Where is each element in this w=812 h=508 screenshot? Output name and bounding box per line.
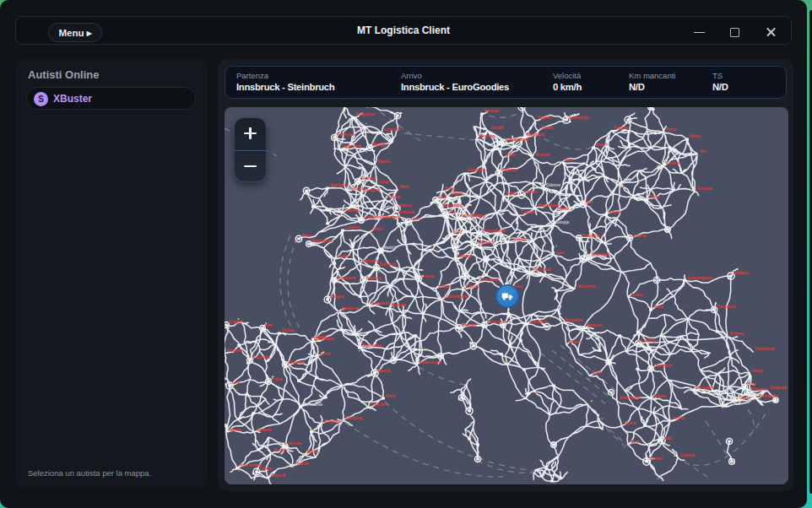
svg-text:Edirne: Edirne xyxy=(259,467,272,471)
svg-text:Liverpool: Liverpool xyxy=(653,364,671,368)
svg-text:Patra: Patra xyxy=(653,305,663,309)
svg-text:Nantes: Nantes xyxy=(524,190,538,194)
svg-text:Stuttgart: Stuttgart xyxy=(330,183,347,187)
svg-text:København: København xyxy=(420,360,441,365)
svg-text:Burgas: Burgas xyxy=(472,213,486,218)
svg-text:Kosice: Kosice xyxy=(387,195,401,199)
svg-text:Manchester: Manchester xyxy=(620,396,641,400)
svg-text:Napoli: Napoli xyxy=(609,210,620,214)
svg-text:Bremen: Bremen xyxy=(462,323,477,327)
svg-text:Porto: Porto xyxy=(666,127,676,132)
svg-text:Podgorica: Podgorica xyxy=(355,112,375,116)
svg-text:Innsbruck: Innsbruck xyxy=(755,347,775,351)
svg-text:Timisoara: Timisoara xyxy=(717,305,735,309)
svg-text:Iasi: Iasi xyxy=(586,200,593,204)
svg-text:Bastia: Bastia xyxy=(229,428,241,432)
svg-text:Paris: Paris xyxy=(386,394,396,398)
svg-text:Reims: Reims xyxy=(282,328,294,332)
svg-text:Dubrovnik: Dubrovnik xyxy=(342,144,362,149)
svg-text:Oradea: Oradea xyxy=(632,234,647,238)
svg-text:Montpellier: Montpellier xyxy=(311,239,333,243)
svg-text:Warszawa: Warszawa xyxy=(442,203,462,208)
svg-text:Malaga: Malaga xyxy=(372,143,386,147)
svg-text:Pamplona: Pamplona xyxy=(382,215,401,219)
svg-text:Limoges: Limoges xyxy=(384,127,401,132)
svg-text:Sarajevo: Sarajevo xyxy=(586,323,603,327)
svg-text:Olbia: Olbia xyxy=(372,227,382,231)
svg-text:Luxembourg: Luxembourg xyxy=(444,295,468,299)
svg-text:Badajoz: Badajoz xyxy=(734,271,750,275)
svg-text:Zaragoza: Zaragoza xyxy=(341,306,359,311)
svg-text:Metz: Metz xyxy=(400,185,409,189)
svg-text:Kiel: Kiel xyxy=(265,323,273,327)
svg-text:Kassel: Kassel xyxy=(399,203,412,208)
svg-text:Budapest: Budapest xyxy=(582,234,600,238)
svg-text:Cardiff: Cardiff xyxy=(490,126,504,130)
svg-text:Birmingham: Birmingham xyxy=(506,138,528,142)
svg-text:Hamburg: Hamburg xyxy=(468,168,485,172)
svg-text:Burgos: Burgos xyxy=(330,295,344,299)
svg-text:Wroclaw: Wroclaw xyxy=(479,134,495,138)
svg-text:Bialystok: Bialystok xyxy=(324,419,342,424)
svg-text:Lviv: Lviv xyxy=(232,381,241,385)
svg-text:Kalmar: Kalmar xyxy=(649,457,663,461)
svg-text:Klaipeda: Klaipeda xyxy=(770,386,787,390)
svg-text:Dresden: Dresden xyxy=(371,403,387,407)
svg-text:Athina: Athina xyxy=(653,394,666,398)
svg-text:Lisboa: Lisboa xyxy=(421,274,434,278)
svg-text:Bologna: Bologna xyxy=(383,205,399,209)
svg-text:Sofia: Sofia xyxy=(592,370,602,375)
svg-text:Taranto: Taranto xyxy=(345,208,360,213)
svg-text:Beograd: Beograd xyxy=(364,188,380,192)
svg-text:Szeged: Szeged xyxy=(229,320,243,324)
svg-text:Southampton: Southampton xyxy=(687,276,712,280)
svg-text:Bari: Bari xyxy=(664,436,672,440)
svg-text:Valencia: Valencia xyxy=(288,360,304,365)
svg-text:Newcastle: Newcastle xyxy=(371,301,390,305)
svg-text:Dover: Dover xyxy=(752,369,763,373)
svg-text:Zagreb: Zagreb xyxy=(538,116,551,120)
svg-text:Firenze: Firenze xyxy=(295,462,309,466)
svg-text:Skopje: Skopje xyxy=(556,220,570,224)
svg-text:Kaunas: Kaunas xyxy=(484,109,499,113)
svg-text:Linz: Linz xyxy=(556,251,565,255)
svg-text:Odense: Odense xyxy=(546,183,561,187)
svg-text:Graz: Graz xyxy=(739,396,749,400)
svg-text:Bordeaux: Bordeaux xyxy=(696,386,714,390)
svg-text:Poznan: Poznan xyxy=(614,126,628,130)
svg-text:Aalborg: Aalborg xyxy=(366,276,382,280)
svg-text:Bruxelles: Bruxelles xyxy=(565,318,582,322)
svg-text:Lublin: Lublin xyxy=(673,416,685,420)
svg-text:Bratislava: Bratislava xyxy=(337,276,356,280)
svg-text:Lyon: Lyon xyxy=(411,217,420,221)
svg-text:Genève: Genève xyxy=(666,161,680,165)
svg-text:Nürnberg: Nürnberg xyxy=(527,132,544,137)
svg-text:Rostock: Rostock xyxy=(227,349,243,353)
svg-text:A Coruña: A Coruña xyxy=(252,355,270,359)
svg-text:Brest: Brest xyxy=(445,186,455,191)
svg-text:Toulouse: Toulouse xyxy=(510,237,528,241)
svg-text:Sevilla: Sevilla xyxy=(450,192,463,196)
svg-text:Torino: Torino xyxy=(631,293,642,297)
svg-text:Pescara: Pescara xyxy=(349,186,364,191)
svg-text:Basel: Basel xyxy=(596,143,607,147)
svg-text:Istanbul: Istanbul xyxy=(457,254,472,258)
svg-text:Genova: Genova xyxy=(360,176,376,181)
svg-text:Trieste: Trieste xyxy=(556,207,570,211)
svg-text:Zürich: Zürich xyxy=(624,421,636,425)
svg-text:Esbjerg: Esbjerg xyxy=(641,338,655,343)
svg-text:Marseille: Marseille xyxy=(362,259,379,263)
svg-text:Katowice: Katowice xyxy=(477,240,495,245)
svg-text:Salzburg: Salzburg xyxy=(345,416,362,420)
svg-text:Plovdiv: Plovdiv xyxy=(273,448,288,452)
svg-text:Hannover: Hannover xyxy=(337,132,355,137)
svg-text:Bucuresti: Bucuresti xyxy=(480,278,499,282)
svg-text:Rotterdam: Rotterdam xyxy=(314,337,333,341)
svg-text:Köln: Köln xyxy=(453,230,463,235)
svg-text:Madrid: Madrid xyxy=(383,246,397,250)
svg-text:Constanta: Constanta xyxy=(303,403,322,407)
svg-text:Leipzig: Leipzig xyxy=(466,284,479,289)
svg-text:Debrecen: Debrecen xyxy=(592,252,610,257)
svg-text:Dijon: Dijon xyxy=(649,195,659,199)
svg-text:Ljubljana: Ljubljana xyxy=(364,215,382,219)
